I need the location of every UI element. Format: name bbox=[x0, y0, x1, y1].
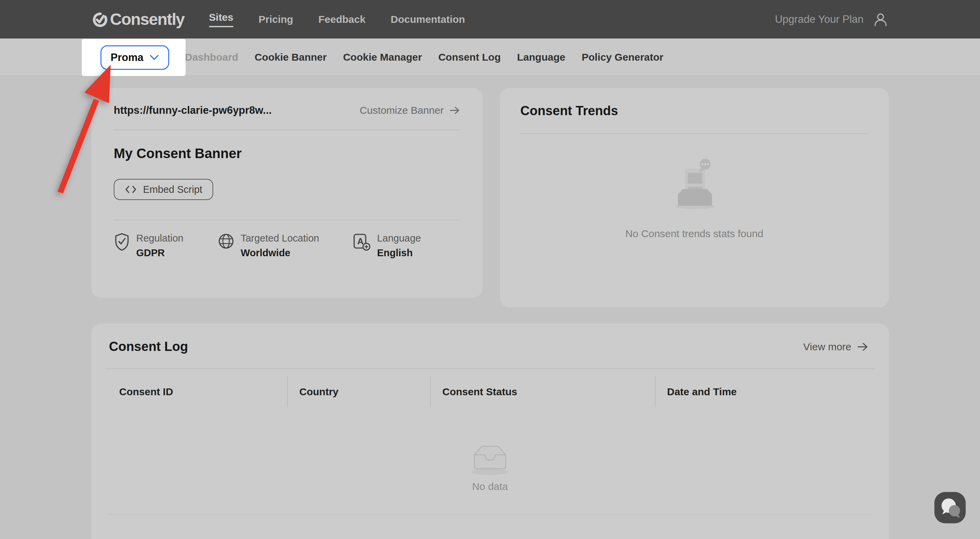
translate-icon: A bbox=[353, 233, 371, 251]
top-navbar: Consently Sites Pricing Feedback Documen… bbox=[0, 0, 980, 38]
customize-banner-link[interactable]: Customize Banner bbox=[360, 105, 460, 116]
topnav-item-sites[interactable]: Sites bbox=[209, 11, 234, 27]
info-label: Targeted Location bbox=[241, 233, 320, 244]
tab-cookie-banner[interactable]: Cookie Banner bbox=[255, 51, 327, 63]
banner-info-row: Regulation GDPR Targeted Location Worldw… bbox=[114, 233, 460, 258]
topnav-links: Sites Pricing Feedback Documentation bbox=[209, 11, 465, 27]
site-selector-dropdown[interactable]: Proma bbox=[100, 45, 169, 70]
divider bbox=[114, 129, 460, 130]
upgrade-plan-link[interactable]: Upgrade Your Plan bbox=[775, 13, 864, 26]
globe-icon bbox=[218, 233, 235, 250]
info-item-targeted-location: Targeted Location Worldwide bbox=[218, 233, 320, 258]
user-icon[interactable] bbox=[872, 11, 889, 28]
chat-widget-button[interactable] bbox=[934, 492, 966, 523]
topnav-right: Upgrade Your Plan bbox=[775, 11, 889, 28]
column-header-country: Country bbox=[287, 376, 430, 407]
column-header-consent-id: Consent ID bbox=[108, 376, 287, 407]
site-url-row: https://funny-clarie-pw6ypr8w... Customi… bbox=[114, 88, 460, 116]
log-empty-text: No data bbox=[472, 481, 508, 492]
column-header-date-and-time: Date and Time bbox=[655, 376, 872, 407]
topnav-item-documentation[interactable]: Documentation bbox=[391, 14, 465, 25]
svg-text:A: A bbox=[357, 236, 364, 246]
view-more-link[interactable]: View more bbox=[803, 341, 868, 352]
view-more-label: View more bbox=[803, 341, 851, 352]
topnav-item-pricing[interactable]: Pricing bbox=[258, 14, 293, 25]
tutorial-spotlight: Proma bbox=[82, 39, 186, 76]
log-table-header: Consent ID Country Consent Status Date a… bbox=[108, 372, 872, 411]
tab-cookie-manager[interactable]: Cookie Manager bbox=[343, 51, 422, 63]
trends-card-title: Consent Trends bbox=[520, 104, 868, 118]
consently-logo[interactable]: Consently bbox=[91, 10, 185, 29]
info-item-language: A Language English bbox=[353, 233, 421, 258]
consently-logo-icon bbox=[91, 11, 109, 28]
tab-consent-log[interactable]: Consent Log bbox=[438, 51, 501, 63]
customize-banner-label: Customize Banner bbox=[360, 105, 444, 116]
site-url: https://funny-clarie-pw6ypr8w... bbox=[114, 104, 272, 116]
site-tabs: Dashboard Cookie Banner Cookie Manager C… bbox=[185, 38, 663, 76]
info-value: GDPR bbox=[136, 247, 183, 258]
code-icon bbox=[125, 185, 137, 193]
info-value: English bbox=[377, 247, 421, 258]
embed-script-label: Embed Script bbox=[143, 184, 202, 195]
site-selector-label: Proma bbox=[111, 51, 143, 64]
document-tray-illustration bbox=[664, 155, 724, 210]
tab-language[interactable]: Language bbox=[517, 51, 565, 63]
info-item-regulation: Regulation GDPR bbox=[114, 233, 183, 258]
log-card-title: Consent Log bbox=[109, 339, 188, 354]
consent-banner-card: https://funny-clarie-pw6ypr8w... Customi… bbox=[91, 88, 482, 298]
consent-log-card: Consent Log View more Consent ID Country… bbox=[91, 324, 889, 539]
banner-card-title: My Consent Banner bbox=[114, 146, 460, 161]
chevron-down-icon bbox=[150, 54, 159, 61]
topnav-item-feedback[interactable]: Feedback bbox=[318, 14, 365, 25]
chat-bubbles-icon bbox=[934, 492, 966, 523]
divider bbox=[107, 514, 873, 515]
trends-empty-text: No Consent trends stats found bbox=[625, 228, 763, 239]
tab-policy-generator[interactable]: Policy Generator bbox=[582, 51, 663, 63]
consent-trends-card: Consent Trends No Consent trends stats f… bbox=[500, 88, 889, 307]
empty-box-icon bbox=[463, 434, 517, 477]
consently-logo-text: Consently bbox=[110, 10, 185, 29]
divider bbox=[114, 220, 460, 220]
info-label: Regulation bbox=[136, 233, 183, 244]
column-header-consent-status: Consent Status bbox=[430, 376, 655, 407]
embed-script-button[interactable]: Embed Script bbox=[114, 179, 213, 200]
arrow-right-icon bbox=[449, 106, 460, 115]
shield-check-icon bbox=[114, 233, 130, 251]
info-value: Worldwide bbox=[241, 247, 320, 258]
tab-dashboard[interactable]: Dashboard bbox=[185, 51, 239, 63]
info-label: Language bbox=[377, 233, 421, 244]
arrow-right-icon bbox=[857, 342, 868, 352]
divider bbox=[105, 368, 875, 369]
